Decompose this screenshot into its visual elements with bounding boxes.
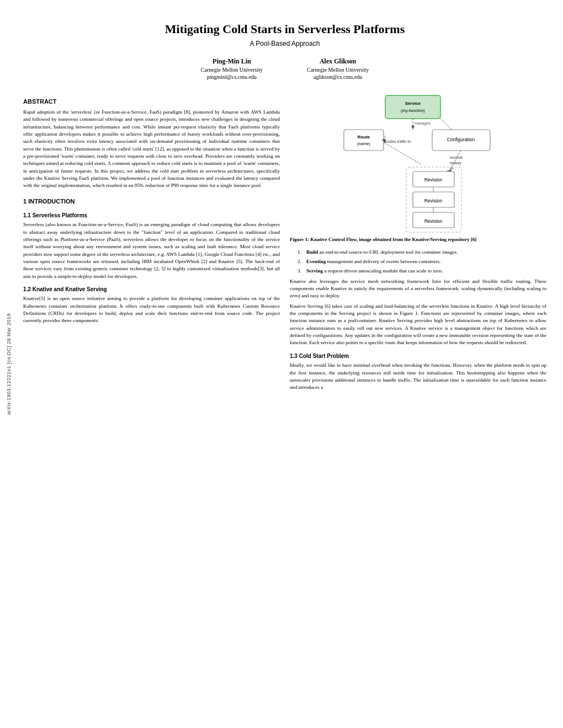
subsection1-1-text: Serverless (also known as Function-as-a-… — [23, 221, 280, 280]
arxiv-label-text: arXiv:1903.12221v1 [cs.DC] 28 Mar 2019 — [6, 313, 12, 415]
knative-para-2: Knative Serving [6] takes care of scalin… — [290, 303, 546, 347]
svg-text:Configuration: Configuration — [447, 137, 475, 142]
two-column-layout: ABSTRACT Rapid adoption of the 'serverle… — [23, 90, 546, 394]
subsection1-2-heading: 1.2 Knative and Knative Serving — [23, 286, 280, 294]
list-item-1-bold: Build — [306, 249, 318, 255]
figure-1-caption: Figure 1: Knative Control Flow, image ob… — [290, 237, 546, 243]
svg-line-12 — [384, 142, 421, 164]
list-item-2-text: management and delivery of events betwee… — [326, 259, 440, 264]
svg-text:history: history — [450, 161, 461, 165]
author-1-name: Ping-Min Lin — [201, 57, 263, 66]
list-item-3-text: a request-driven autoscaling module that… — [323, 268, 443, 274]
figure-1: Service (my-function) manages Route (nam… — [290, 90, 546, 243]
diagram-svg: Service (my-function) manages Route (nam… — [336, 90, 501, 233]
section1-heading: 1 INTRODUCTION — [23, 197, 280, 206]
svg-line-10 — [440, 119, 452, 130]
author-1-email: pingminl@cs.cmu.edu — [201, 74, 263, 80]
list-item-3-bold: Serving — [306, 268, 323, 274]
svg-marker-3 — [411, 126, 415, 130]
subtitle: A Pool-Based Approach — [23, 40, 546, 47]
figure-caption-bold: Figure 1: Knative Control Flow, image ob… — [290, 237, 476, 242]
authors-section: Ping-Min Lin Carnegie Mellon University … — [23, 57, 546, 80]
subsection1-3-heading: 1.3 Cold Start Problem — [290, 352, 546, 361]
subsection1-3-text: Ideally, we would like to have minimal o… — [290, 362, 546, 391]
author-1-affil: Carnegie Mellon University — [201, 67, 263, 73]
service-box — [385, 95, 440, 119]
abstract-heading: ABSTRACT — [23, 98, 280, 106]
components-list: Build an end-to-end source-to-URL deploy… — [298, 249, 546, 275]
subsection1-1-heading: 1.1 Serverless Platforms — [23, 212, 280, 220]
knative-para-1: Knative also leverages the service mesh … — [290, 278, 546, 300]
list-item-2: Eventing management and delivery of even… — [298, 258, 546, 265]
list-item-3: Serving a request-driven autoscaling mod… — [298, 267, 546, 275]
arxiv-side-label: arXiv:1903.12221v1 [cs.DC] 28 Mar 2019 — [0, 0, 18, 728]
author-2-email: aglikson@cs.cmu.edu — [307, 74, 369, 80]
subsection1-2-text: Knative[5] is an open source initiative … — [23, 295, 280, 324]
svg-text:manages: manages — [415, 121, 431, 126]
route-box — [344, 130, 384, 151]
main-content: Mitigating Cold Starts in Serverless Pla… — [18, 0, 563, 728]
main-title: Mitigating Cold Starts in Serverless Pla… — [23, 22, 546, 36]
list-item-1: Build an end-to-end source-to-URL deploy… — [298, 249, 546, 256]
list-item-2-bold: Eventing — [306, 259, 326, 264]
abstract-text: Rapid adoption of the 'serverless' (or F… — [23, 109, 280, 190]
right-column: Service (my-function) manages Route (nam… — [290, 90, 546, 394]
title-section: Mitigating Cold Starts in Serverless Pla… — [23, 22, 546, 47]
list-item-1-text: an end-to-end source-to-URL deployment t… — [318, 249, 458, 255]
author-2-affil: Carnegie Mellon University — [307, 67, 369, 73]
author-2: Alex Glikson Carnegie Mellon University … — [307, 57, 369, 80]
svg-text:Service: Service — [405, 101, 421, 106]
page: arXiv:1903.12221v1 [cs.DC] 28 Mar 2019 M… — [0, 0, 563, 728]
author-1: Ping-Min Lin Carnegie Mellon University … — [201, 57, 263, 80]
svg-text:Revision: Revision — [424, 177, 442, 183]
author-2-name: Alex Glikson — [307, 57, 369, 66]
left-column: ABSTRACT Rapid adoption of the 'serverle… — [23, 90, 280, 394]
svg-text:Revision: Revision — [424, 198, 442, 204]
knative-diagram: Service (my-function) manages Route (nam… — [290, 90, 546, 233]
svg-text:routes traffic to: routes traffic to — [385, 140, 411, 143]
svg-text:(my-function): (my-function) — [401, 108, 425, 113]
svg-text:Route: Route — [357, 135, 370, 140]
svg-text:(name): (name) — [357, 141, 370, 146]
svg-text:Revision: Revision — [424, 218, 442, 224]
